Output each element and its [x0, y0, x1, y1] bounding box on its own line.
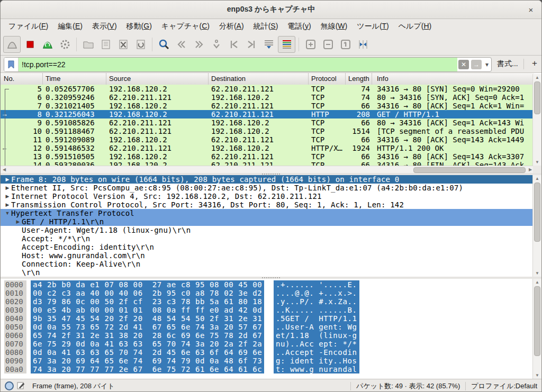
display-filter-box[interactable]: [4, 57, 492, 72]
menu-item[interactable]: 編集(E): [53, 20, 87, 33]
filter-bookmark-icon[interactable]: [4, 58, 19, 71]
menu-item[interactable]: ヘルプ(H): [394, 20, 436, 33]
column-header-no[interactable]: No.: [1, 73, 43, 85]
expander-icon[interactable]: ▶: [4, 200, 11, 209]
expander-icon[interactable]: ▶: [4, 175, 11, 184]
detail-line[interactable]: ▼ Hypertext Transfer Protocol: [1, 209, 534, 217]
go-forward-icon[interactable]: [191, 37, 207, 52]
go-last-packet-icon[interactable]: [243, 37, 259, 52]
expander-icon[interactable]: ▼: [4, 209, 11, 217]
expander-icon[interactable]: ▶: [4, 184, 11, 192]
column-header-length[interactable]: Length: [346, 73, 372, 85]
zoom-out-icon[interactable]: [320, 37, 336, 52]
hex-ascii[interactable]: ..Accept -Encodin: [274, 348, 359, 357]
close-file-icon[interactable]: [115, 37, 131, 52]
detail-line[interactable]: ▶ Internet Protocol Version 4, Src: 192.…: [1, 192, 534, 200]
capture-options-icon[interactable]: [57, 37, 73, 52]
packet-row[interactable]: ← 12 0.591486532 62.210.211.121 192.168.…: [1, 144, 534, 152]
expert-info-icon[interactable]: [5, 381, 14, 390]
detail-line[interactable]: ▶ GET / HTTP/1.1\r\n: [1, 217, 534, 226]
scrollbar-thumb[interactable]: [534, 81, 540, 114]
hex-ascii[interactable]: g: ident ity..Hos: [274, 357, 359, 365]
column-header-destination[interactable]: Destination: [209, 73, 309, 85]
go-first-packet-icon[interactable]: [225, 37, 242, 52]
scroll-left-icon[interactable]: [1, 166, 8, 174]
scroll-up-icon[interactable]: [533, 175, 541, 182]
column-header-source[interactable]: Source: [106, 73, 209, 85]
filter-dropdown-icon[interactable]: [484, 60, 490, 69]
expander-icon[interactable]: ▶: [14, 217, 22, 226]
find-packet-icon[interactable]: [156, 37, 172, 52]
stop-capture-icon[interactable]: [22, 37, 38, 52]
scroll-up-icon[interactable]: [533, 74, 541, 81]
colorize-packets-icon[interactable]: [278, 36, 295, 53]
detail-line[interactable]: Accept-Encoding: identity\r\n: [1, 243, 534, 251]
go-to-packet-icon[interactable]: [208, 37, 224, 52]
scroll-up-icon[interactable]: [533, 279, 541, 286]
expander-icon[interactable]: [14, 243, 22, 251]
expander-icon[interactable]: [14, 251, 22, 260]
detail-line[interactable]: ▶ Ethernet II, Src: PcsCompu_ae:c8:95 (0…: [1, 184, 534, 192]
column-header-protocol[interactable]: Protocol: [309, 73, 346, 85]
display-filter-input[interactable]: [19, 58, 457, 71]
scrollbar-thumb[interactable]: [413, 167, 526, 173]
menu-item[interactable]: キャプチャ(C): [157, 20, 214, 33]
packet-row[interactable]: 5 0.052657706 192.168.120.2 62.210.211.1…: [1, 85, 534, 93]
menu-item[interactable]: 電話(y): [283, 20, 315, 33]
bytes-scrollbar[interactable]: [532, 279, 541, 379]
horizontal-scrollbar[interactable]: [1, 166, 534, 174]
open-file-icon[interactable]: [80, 37, 96, 52]
save-file-icon[interactable]: [97, 37, 114, 52]
status-profile[interactable]: プロファイル:Default: [471, 381, 537, 391]
menu-item[interactable]: ツール(T): [352, 20, 394, 33]
hex-ascii[interactable]: .5GET / HTTP/1.1: [274, 314, 359, 323]
reload-file-icon[interactable]: [132, 37, 149, 52]
hex-ascii[interactable]: ....@.@. +...x.>.: [274, 289, 359, 297]
go-back-icon[interactable]: [173, 37, 189, 52]
hex-ascii[interactable]: et/1.18 (linux-g: [274, 331, 359, 340]
hex-ascii[interactable]: .+...... '.....E.: [274, 280, 359, 289]
menu-item[interactable]: 統計(S): [249, 20, 283, 33]
hex-ascii[interactable]: .y...P/. #.x.Za..: [274, 297, 359, 306]
scrollbar-thumb[interactable]: [534, 183, 540, 242]
scrollbar-thumb[interactable]: [534, 286, 540, 356]
detail-line[interactable]: ▶ Transmission Control Protocol, Src Por…: [1, 200, 534, 209]
expander-icon[interactable]: [14, 268, 22, 277]
hex-bytes[interactable]: 0d 0a 41 63 63 65 70 74 2d 45 6e 63 6f 6…: [31, 348, 264, 357]
detail-line[interactable]: ▶ Frame 8: 208 bytes on wire (1664 bits)…: [1, 175, 534, 184]
detail-line[interactable]: Host: www.gnurandal.com\r\n: [1, 251, 534, 260]
menu-item[interactable]: 無線(W): [316, 20, 353, 33]
hex-ascii[interactable]: t: www.g nurandal: [274, 365, 359, 373]
packet-row[interactable]: 14 0.593280036 192.168.120.2 62.210.211.…: [1, 161, 534, 166]
hex-bytes[interactable]: 65 74 2f 31 2e 31 38 20 28 6c 69 6e 75 7…: [31, 331, 264, 340]
detail-line[interactable]: Accept: */*\r\n: [1, 234, 534, 243]
hex-bytes[interactable]: 74 3a 20 77 77 77 2e 67 6e 75 72 61 6e 6…: [31, 365, 264, 373]
restart-capture-icon[interactable]: [39, 37, 56, 52]
filter-apply-icon[interactable]: [471, 60, 482, 69]
hex-bytes[interactable]: 6e 75 29 0d 0a 41 63 63 65 70 74 3a 20 2…: [31, 340, 264, 348]
splitter-handle-icon[interactable]: [262, 174, 280, 175]
hex-bytes[interactable]: 0d 0a 55 73 65 72 2d 41 67 65 6e 74 3a 2…: [31, 323, 264, 331]
hex-bytes[interactable]: 9b 35 47 45 54 20 2f 20 48 54 54 50 2f 3…: [31, 314, 264, 323]
zoom-original-icon[interactable]: [337, 37, 354, 52]
scroll-down-icon[interactable]: [533, 372, 541, 379]
filter-clear-icon[interactable]: [458, 60, 469, 69]
packet-row[interactable]: 10 0.591188467 62.210.211.121 192.168.12…: [1, 127, 534, 135]
scroll-down-icon[interactable]: [533, 159, 541, 166]
hex-bytes[interactable]: a4 2b b0 da e1 07 08 00 27 ae c8 95 08 0…: [31, 280, 264, 289]
menu-item[interactable]: 分析(A): [214, 20, 249, 33]
packet-row[interactable]: 11 0.591209089 192.168.120.2 62.210.211.…: [1, 135, 534, 144]
hex-bytes[interactable]: 67 3a 20 69 64 65 6e 74 69 74 79 0d 0a 4…: [31, 357, 264, 365]
hex-bytes[interactable]: 00 e5 4b ab 00 00 01 01 08 0a ff ff e0 a…: [31, 306, 264, 314]
column-header-info[interactable]: Info: [372, 73, 534, 85]
menu-item[interactable]: 表示(V): [87, 20, 122, 33]
expander-icon[interactable]: [14, 260, 22, 268]
scroll-down-icon[interactable]: [533, 270, 541, 277]
expander-icon[interactable]: ▶: [4, 192, 11, 200]
close-window-icon[interactable]: ×: [526, 4, 536, 15]
filter-expression-button[interactable]: 書式...: [497, 59, 518, 69]
packet-row[interactable]: 13 0.591510505 192.168.120.2 62.210.211.…: [1, 152, 534, 161]
expander-icon[interactable]: [14, 234, 22, 243]
hex-ascii[interactable]: nu)..Acc ept: */*: [274, 340, 359, 348]
packet-row[interactable]: 7 0.321021405 192.168.120.2 62.210.211.1…: [1, 102, 534, 110]
